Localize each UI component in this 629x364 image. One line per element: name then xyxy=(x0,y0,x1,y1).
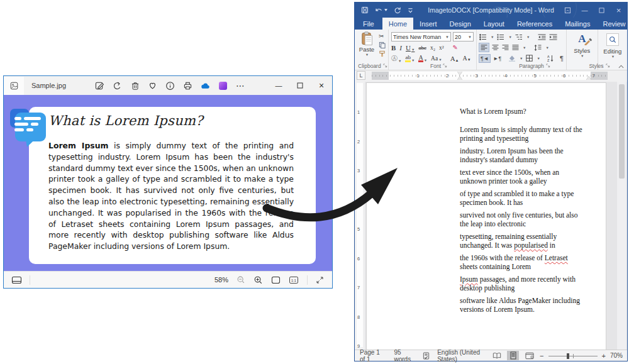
word-count[interactable]: 95 words xyxy=(394,349,415,363)
zoom-slider[interactable] xyxy=(548,352,598,360)
doc-paragraph[interactable]: the 1960s with the release of Letraset s… xyxy=(460,253,585,272)
styles-label[interactable]: Styles xyxy=(574,47,590,54)
dialog-launcher-icon[interactable] xyxy=(546,63,550,69)
favorite-icon[interactable] xyxy=(148,80,157,91)
language-label[interactable]: English (United States) xyxy=(437,349,491,363)
shading-button[interactable] xyxy=(508,55,516,62)
dialog-launcher-icon[interactable] xyxy=(606,63,610,69)
format-painter-icon[interactable] xyxy=(379,50,386,57)
doc-paragraph[interactable]: text ever since the 1500s, when an unkno… xyxy=(460,168,585,186)
highlight-button[interactable]: ab▼ xyxy=(405,55,415,62)
fit-to-window-icon[interactable] xyxy=(271,276,281,284)
find-icon[interactable] xyxy=(606,33,619,46)
justify-button[interactable] xyxy=(512,45,519,50)
edit-icon[interactable] xyxy=(95,80,104,91)
maximize-icon[interactable] xyxy=(593,3,610,18)
close-icon[interactable]: × xyxy=(610,3,627,18)
zoom-in-button[interactable]: + xyxy=(602,352,606,360)
horizontal-ruler[interactable]: L 1234567 xyxy=(355,70,627,82)
cut-icon[interactable]: ✂ xyxy=(379,33,386,40)
increase-indent-button[interactable] xyxy=(549,34,557,40)
change-case-button[interactable]: Aa▼ xyxy=(431,55,442,62)
photos-app-icon[interactable] xyxy=(218,80,228,91)
tab-layout[interactable]: Layout xyxy=(477,18,511,30)
subscript-button[interactable]: x₂ xyxy=(430,45,435,51)
doc-paragraph[interactable]: industry. Lorem Ipsum has been the indus… xyxy=(460,146,585,165)
doc-paragraph[interactable]: survived not only five centuries, but al… xyxy=(460,211,585,229)
close-icon[interactable]: × xyxy=(311,76,332,95)
bold-button[interactable]: B xyxy=(391,44,396,52)
first-line-indent-marker[interactable] xyxy=(457,72,462,75)
doc-paragraph[interactable]: typesetting, remaining essentially uncha… xyxy=(460,232,585,250)
filmstrip-icon[interactable] xyxy=(11,275,22,285)
tab-file[interactable]: File xyxy=(355,18,382,30)
sort-button[interactable]: AZ xyxy=(547,55,554,62)
numbered-list-button[interactable] xyxy=(497,34,504,40)
proofing-icon[interactable] xyxy=(423,352,430,360)
show-hide-paragraph-button[interactable]: ¶ xyxy=(560,55,564,62)
scrollbar-thumb[interactable] xyxy=(619,84,625,179)
text-effects-button[interactable]: Ⓐ▼ xyxy=(391,54,401,63)
rotate-icon[interactable] xyxy=(113,80,122,91)
zoom-slider-thumb[interactable] xyxy=(567,353,569,359)
page-count[interactable]: Page 1 of 1 xyxy=(360,349,386,363)
right-to-left-button[interactable]: ►¶ xyxy=(493,55,501,62)
doc-paragraph[interactable]: Ipsum passages, and more recently with d… xyxy=(460,275,585,293)
grow-font-button[interactable]: A▲ xyxy=(450,55,459,62)
italic-button[interactable]: I xyxy=(399,44,402,52)
align-right-button[interactable] xyxy=(502,45,509,50)
borders-button[interactable] xyxy=(526,55,533,62)
minimize-icon[interactable]: — xyxy=(576,3,593,18)
decrease-indent-button[interactable] xyxy=(538,34,546,40)
zoom-level[interactable]: 70% xyxy=(610,352,623,359)
doc-paragraph[interactable]: Lorem Ipsum is simply dummy text of the … xyxy=(460,125,585,143)
print-layout-icon[interactable] xyxy=(507,351,519,360)
line-spacing-button[interactable] xyxy=(534,45,542,51)
more-icon[interactable]: ⋯ xyxy=(236,80,245,91)
collapse-ribbon-icon[interactable] xyxy=(618,65,624,69)
multilevel-list-button[interactable] xyxy=(515,34,523,40)
superscript-button[interactable]: x² xyxy=(439,45,444,51)
minimize-icon[interactable]: — xyxy=(268,76,289,95)
tab-design[interactable]: Design xyxy=(443,18,477,30)
editing-label[interactable]: Editing xyxy=(603,48,621,55)
tab-insert[interactable]: Insert xyxy=(413,18,443,30)
underline-button[interactable]: U▼ xyxy=(406,44,415,52)
copy-icon[interactable] xyxy=(379,41,386,48)
ribbon-display-options-icon[interactable] xyxy=(559,3,576,18)
align-center-button[interactable] xyxy=(492,45,499,50)
font-name-combobox[interactable]: Times New Roman ▼ xyxy=(391,32,451,41)
onedrive-icon[interactable] xyxy=(201,80,210,91)
styles-icon[interactable]: A xyxy=(578,33,586,45)
tab-selector[interactable]: L xyxy=(357,71,365,80)
align-left-button[interactable] xyxy=(479,43,489,52)
zoom-out-icon[interactable] xyxy=(237,275,245,284)
delete-icon[interactable] xyxy=(130,80,140,91)
fullscreen-icon[interactable] xyxy=(316,276,324,284)
zoom-in-icon[interactable] xyxy=(253,275,263,285)
tab-home[interactable]: Home xyxy=(382,18,413,30)
paste-button[interactable]: Paste ▼ xyxy=(357,31,376,62)
font-effects-icon[interactable]: ✎ xyxy=(453,44,458,51)
read-mode-icon[interactable] xyxy=(491,351,503,360)
print-icon[interactable] xyxy=(183,80,192,91)
zoom-out-button[interactable]: − xyxy=(540,352,543,360)
doc-paragraph[interactable]: software like Aldus PageMaker including … xyxy=(460,296,585,314)
right-indent-marker[interactable] xyxy=(586,76,591,80)
doc-paragraph[interactable]: of type and scrambled it to make a type … xyxy=(460,189,585,207)
tab-mailings[interactable]: Mailings xyxy=(559,18,596,30)
tab-references[interactable]: References xyxy=(511,18,559,30)
left-to-right-button[interactable]: ¶◄ xyxy=(479,55,490,62)
shrink-font-button[interactable]: A▼ xyxy=(463,55,471,62)
doc-heading[interactable]: What is Lorem Ipsum? xyxy=(460,107,585,116)
hanging-indent-marker[interactable] xyxy=(457,76,462,80)
tab-review[interactable]: Review xyxy=(597,18,629,30)
font-color-button[interactable]: A▼ xyxy=(418,55,427,62)
vertical-scrollbar[interactable] xyxy=(617,82,626,351)
dialog-launcher-icon[interactable] xyxy=(383,63,387,69)
info-icon[interactable] xyxy=(165,80,175,91)
strikethrough-button[interactable]: abc xyxy=(418,45,426,51)
font-size-combobox[interactable]: 20 ▼ xyxy=(453,32,474,41)
web-layout-icon[interactable] xyxy=(523,351,535,360)
dialog-launcher-icon[interactable] xyxy=(443,63,447,69)
